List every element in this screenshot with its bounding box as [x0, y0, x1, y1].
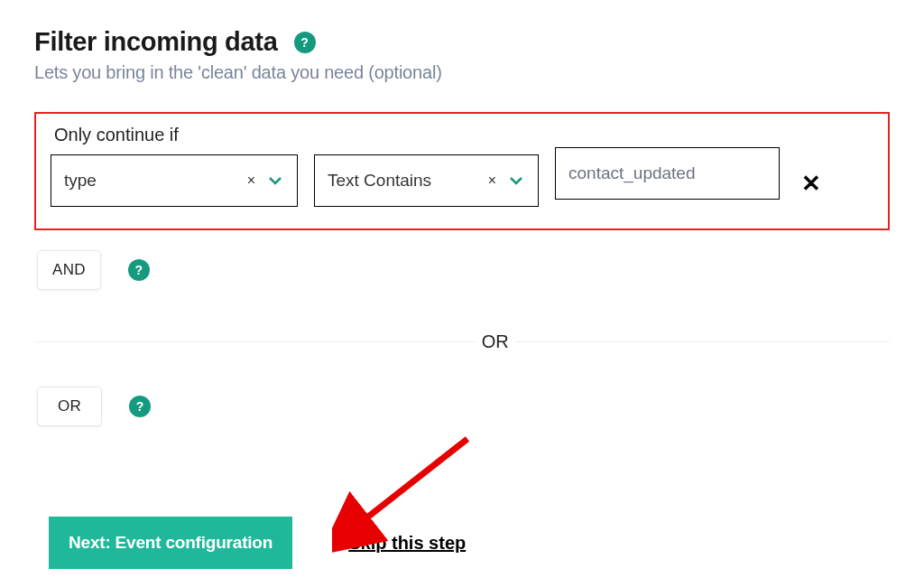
operator-select-value: Text Contains: [328, 171, 431, 191]
or-divider-label: OR: [476, 331, 514, 352]
filter-condition-box: Only continue if type × Text Contains × …: [34, 112, 890, 230]
chevron-down-icon[interactable]: [263, 172, 284, 190]
condition-label: Only continue if: [54, 125, 873, 145]
value-input[interactable]: contact_updated: [555, 147, 780, 200]
page-subtitle: Lets you bring in the 'clean' data you n…: [34, 62, 890, 83]
chevron-down-icon[interactable]: [504, 172, 525, 190]
skip-link[interactable]: Skip this step: [348, 533, 466, 554]
help-icon[interactable]: ?: [294, 32, 316, 53]
clear-icon[interactable]: ×: [481, 172, 504, 189]
value-input-text: contact_updated: [568, 163, 696, 183]
next-button[interactable]: Next: Event configuration: [49, 517, 292, 569]
or-button[interactable]: OR: [37, 387, 102, 426]
clear-icon[interactable]: ×: [240, 172, 263, 189]
operator-select[interactable]: Text Contains ×: [314, 154, 539, 207]
remove-row-button[interactable]: ✕: [796, 170, 827, 198]
page-title: Filter incoming data: [34, 27, 278, 57]
field-select[interactable]: type ×: [51, 154, 298, 207]
help-icon[interactable]: ?: [129, 396, 151, 417]
or-divider: OR: [34, 331, 890, 352]
svg-line-0: [359, 439, 467, 524]
help-icon[interactable]: ?: [128, 259, 150, 281]
field-select-value: type: [64, 171, 97, 191]
and-button[interactable]: AND: [37, 250, 101, 290]
